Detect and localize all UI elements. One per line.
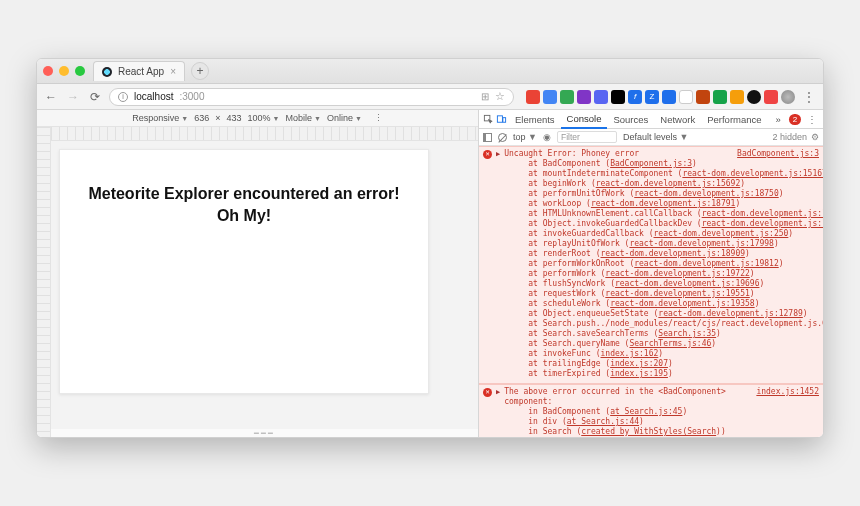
stack-link[interactable]: SearchTerms.js:46 <box>629 339 711 348</box>
ext-icon[interactable] <box>526 90 540 104</box>
tab-close-icon[interactable]: × <box>170 66 176 77</box>
device-mode-icon[interactable] <box>496 114 507 125</box>
devtools-tab-sources[interactable]: Sources <box>607 110 654 129</box>
stack-link[interactable]: react-dom.development.js:19812 <box>634 259 779 268</box>
stack-link[interactable]: react-dom.development.js:12789 <box>658 309 803 318</box>
address-bar[interactable]: i localhost:3000 ⊞ ☆ <box>109 88 514 106</box>
stack-link[interactable]: react-dom.development.js:19696 <box>615 279 760 288</box>
device-select[interactable]: Responsive▼ <box>132 113 188 123</box>
source-link[interactable]: BadComponent.js:3 <box>737 149 819 159</box>
close-window-button[interactable] <box>43 66 53 76</box>
inspect-element-icon[interactable] <box>483 114 494 125</box>
devtools-tab-console[interactable]: Console <box>561 110 608 129</box>
stack-link[interactable]: react-dom.development.js:19722 <box>605 269 750 278</box>
expand-icon[interactable]: ▶ <box>496 150 500 159</box>
devtools-tab-elements[interactable]: Elements <box>509 110 561 129</box>
new-tab-button[interactable]: + <box>191 62 209 80</box>
stack-link[interactable]: react-dom.development.js:18750 <box>634 189 779 198</box>
ext-icon[interactable] <box>543 90 557 104</box>
throttle-select[interactable]: Mobile▼ <box>285 113 320 123</box>
error-icon: ✕ <box>483 150 492 159</box>
devtools-more-tabs[interactable]: » <box>770 110 787 129</box>
reload-button[interactable]: ⟳ <box>87 89 103 105</box>
stack-link[interactable]: created by WithStyles(Search <box>581 427 716 436</box>
profile-avatar[interactable] <box>781 90 795 104</box>
stack-link[interactable]: react-dom.development.js:15167 <box>682 169 823 178</box>
extension-icons: f Z <box>526 90 795 104</box>
vertical-ruler <box>37 127 51 437</box>
tab-strip: React App × + <box>37 59 823 84</box>
browser-window: React App × + ← → ⟳ i localhost:3000 ⊞ ☆… <box>36 58 824 438</box>
bookmark-icon[interactable]: ☆ <box>495 90 505 103</box>
live-expression-icon[interactable]: ◉ <box>543 132 551 142</box>
browser-tab[interactable]: React App × <box>93 61 185 81</box>
viewport-width[interactable]: 636 <box>194 113 209 123</box>
devtools-close-icon[interactable]: × <box>823 114 824 125</box>
stack-link[interactable]: index.js:207 <box>610 359 668 368</box>
ext-icon[interactable] <box>577 90 591 104</box>
stack-link[interactable]: react-dom.development.js:18909 <box>601 249 746 258</box>
ext-icon[interactable] <box>560 90 574 104</box>
devtools-menu-icon[interactable]: ⋮ <box>805 114 819 125</box>
rendered-page: Meteorite Explorer encountered an error!… <box>59 149 429 394</box>
stack-link[interactable]: react-dom.development.js:196 <box>702 219 823 228</box>
ext-icon[interactable] <box>611 90 625 104</box>
clear-console-icon[interactable] <box>498 133 507 142</box>
resize-handle[interactable]: ━━━ <box>51 429 478 437</box>
context-select[interactable]: top ▼ <box>513 132 537 142</box>
horizontal-ruler <box>51 127 478 141</box>
console-settings-icon[interactable]: ⚙ <box>811 132 819 142</box>
stack-link[interactable]: index.js:162 <box>601 349 659 358</box>
sidebar-toggle-icon[interactable] <box>483 133 492 142</box>
stack-link[interactable]: at Search.js:44 <box>567 417 639 426</box>
log-levels-select[interactable]: Default levels ▼ <box>623 132 688 142</box>
stack-link[interactable]: index.js:195 <box>610 369 668 378</box>
stack-link[interactable]: react-dom.development.js:19358 <box>610 299 755 308</box>
stack-link[interactable]: BadComponent.js:3 <box>610 159 692 168</box>
console-error: ✕▶Uncaught Error: Phoney errorBadCompone… <box>479 146 823 384</box>
devtools-tab-performance[interactable]: Performance <box>701 110 767 129</box>
ext-icon[interactable] <box>747 90 761 104</box>
stack-link[interactable]: Search.js:35 <box>658 329 716 338</box>
stack-link[interactable]: react-dom.development.js:18791 <box>591 199 736 208</box>
ext-icon[interactable] <box>713 90 727 104</box>
stack-link[interactable]: react-dom.development.js:250 <box>654 229 789 238</box>
ext-icon[interactable] <box>679 90 693 104</box>
zoom-select[interactable]: 100%▼ <box>247 113 279 123</box>
stack-link[interactable]: react-dom.development.js:15692 <box>596 179 741 188</box>
stack-trace: in BadComponent (at Search.js:45) in div… <box>483 407 819 437</box>
ext-icon[interactable] <box>594 90 608 104</box>
device-options-icon[interactable]: ⋮ <box>374 113 383 123</box>
back-button[interactable]: ← <box>43 89 59 105</box>
ext-icon[interactable]: f <box>628 90 642 104</box>
error-boundary-message: Meteorite Explorer encountered an error!… <box>88 183 399 226</box>
ext-icon[interactable] <box>696 90 710 104</box>
zoom-window-button[interactable] <box>75 66 85 76</box>
stack-link[interactable]: react-dom.development.js:19551 <box>605 289 750 298</box>
filter-input[interactable]: Filter <box>557 131 617 143</box>
console-error: ✕▶The above error occurred in the <BadCo… <box>479 384 823 437</box>
menu-icon[interactable]: ⋮ <box>801 89 817 105</box>
qr-icon[interactable]: ⊞ <box>481 91 489 102</box>
forward-button[interactable]: → <box>65 89 81 105</box>
expand-icon[interactable]: ▶ <box>496 388 500 397</box>
ext-icon[interactable] <box>662 90 676 104</box>
ext-icon[interactable]: Z <box>645 90 659 104</box>
error-title: The above error occurred in the <BadComp… <box>504 387 752 407</box>
ext-icon[interactable] <box>730 90 744 104</box>
error-count-badge[interactable]: 2 <box>789 114 801 125</box>
minimize-window-button[interactable] <box>59 66 69 76</box>
devtools-panel: ElementsConsoleSourcesNetworkPerformance… <box>479 110 823 437</box>
hidden-messages[interactable]: 2 hidden <box>772 132 807 142</box>
stack-link[interactable]: at Search.js:45 <box>610 407 682 416</box>
network-select[interactable]: Online▼ <box>327 113 362 123</box>
site-info-icon[interactable]: i <box>118 92 128 102</box>
devtools-tabbar: ElementsConsoleSourcesNetworkPerformance… <box>479 110 823 129</box>
react-favicon <box>102 67 112 77</box>
devtools-tab-network[interactable]: Network <box>654 110 701 129</box>
ext-icon[interactable] <box>764 90 778 104</box>
stack-link[interactable]: react-dom.development.js:17998 <box>629 239 774 248</box>
stack-link[interactable]: react-dom.development.js:147 <box>702 209 823 218</box>
source-link[interactable]: index.js:1452 <box>756 387 819 397</box>
viewport-height[interactable]: 433 <box>226 113 241 123</box>
